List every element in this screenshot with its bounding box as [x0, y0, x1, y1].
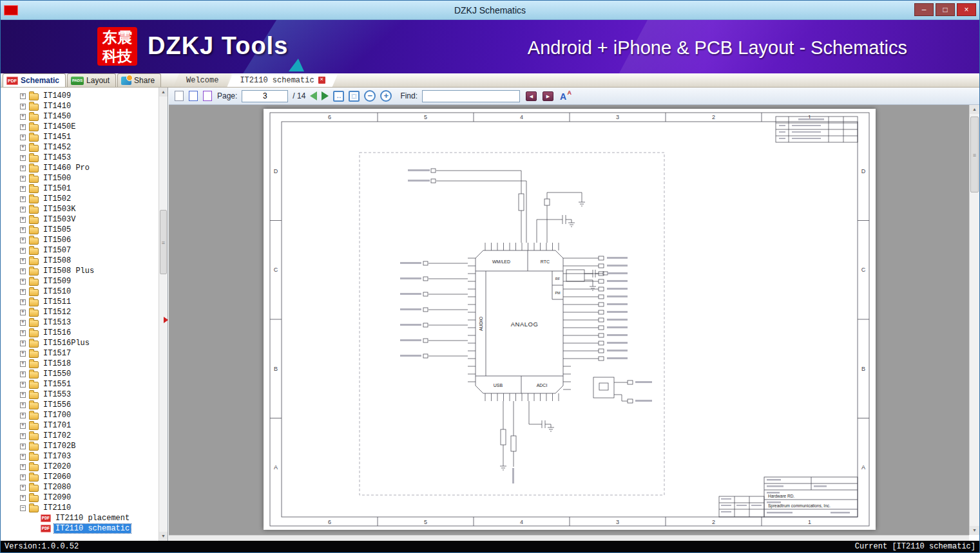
tree-item-it1500[interactable]: +IT1500	[1, 173, 159, 183]
tree-item-it2080[interactable]: +IT2080	[1, 482, 159, 492]
expand-box-icon[interactable]: +	[20, 279, 26, 285]
expand-box-icon[interactable]: +	[20, 238, 26, 243]
expand-box-icon[interactable]: +	[20, 361, 26, 367]
tree-item-it1700[interactable]: +IT1700	[1, 410, 159, 420]
tree-item-it1503v[interactable]: +IT1503V	[1, 214, 159, 225]
expand-box-icon[interactable]: +	[20, 485, 26, 491]
expand-box-icon[interactable]: +	[20, 320, 26, 326]
expand-box-icon[interactable]: +	[20, 124, 26, 130]
expand-box-icon[interactable]: +	[20, 464, 26, 470]
find-previous-icon[interactable]: ◀	[526, 91, 537, 101]
tree-item-it1551[interactable]: +IT1551	[1, 379, 159, 389]
tree-item-it1513[interactable]: +IT1513	[1, 317, 159, 328]
document-canvas[interactable]: 6 5 4 3 2 1 6 5 4 3 2 1 D	[169, 105, 969, 535]
tree-item-it1409[interactable]: +IT1409	[1, 91, 159, 101]
tree-item-it1507[interactable]: +IT1507	[1, 245, 159, 256]
tree-item-it1508-plus[interactable]: +IT1508 Plus	[1, 266, 159, 276]
close-button[interactable]: ×	[957, 3, 976, 16]
expand-box-icon[interactable]: +	[20, 310, 26, 315]
collapse-box-icon[interactable]: −	[20, 505, 26, 511]
expand-box-icon[interactable]: +	[20, 217, 26, 223]
tree-item-it1510[interactable]: +IT1510	[1, 286, 159, 297]
fit-page-icon[interactable]	[349, 91, 360, 102]
expand-box-icon[interactable]: +	[20, 423, 26, 429]
expand-box-icon[interactable]: +	[20, 402, 26, 408]
find-next-icon[interactable]: ▶	[543, 91, 553, 101]
expand-box-icon[interactable]: +	[20, 382, 26, 388]
scroll-down-icon[interactable]: ▼	[970, 526, 979, 535]
text-size-icon[interactable]: A A	[559, 90, 572, 102]
zoom-in-icon[interactable]: +	[380, 90, 392, 102]
minimize-button[interactable]: –	[914, 3, 934, 16]
expand-box-icon[interactable]: +	[20, 299, 26, 305]
tree-item-it1516[interactable]: +IT1516	[1, 328, 159, 338]
tree-item-it2110-schematic[interactable]: PDFIT2110 schematic	[1, 523, 159, 534]
expand-box-icon[interactable]: +	[20, 176, 26, 182]
tree-item-it2090[interactable]: +IT2090	[1, 492, 159, 503]
expand-box-icon[interactable]: +	[20, 371, 26, 377]
expand-box-icon[interactable]: +	[20, 196, 26, 202]
tree-item-it1702b[interactable]: +IT1702B	[1, 441, 159, 451]
scroll-up-icon[interactable]: ▲	[970, 105, 979, 114]
tree-item-it1516plus[interactable]: +IT1516Plus	[1, 338, 159, 348]
tree-item-it1703[interactable]: +IT1703	[1, 451, 159, 462]
expand-box-icon[interactable]: +	[20, 93, 26, 99]
tree-item-it1505[interactable]: +IT1505	[1, 225, 159, 235]
expand-box-icon[interactable]: +	[20, 495, 26, 501]
tab-schematic[interactable]: PDF Schematic	[3, 73, 66, 87]
expand-box-icon[interactable]: +	[20, 258, 26, 264]
tree-item-it1503k[interactable]: +IT1503K	[1, 204, 159, 214]
expand-box-icon[interactable]: +	[20, 433, 26, 439]
previous-page-icon[interactable]	[310, 91, 317, 100]
page-layout-continuous-icon[interactable]	[189, 91, 198, 101]
scroll-down-icon[interactable]: ▼	[159, 532, 168, 541]
tree-item-it2060[interactable]: +IT2060	[1, 472, 159, 482]
zoom-out-icon[interactable]: −	[364, 90, 376, 102]
tree-item-it1702[interactable]: +IT1702	[1, 431, 159, 441]
tree-scrollbar[interactable]: ▲ ≡ ▼	[159, 88, 168, 541]
tree-item-it1450[interactable]: +IT1450	[1, 111, 159, 122]
expand-box-icon[interactable]: +	[20, 207, 26, 212]
expand-box-icon[interactable]: +	[20, 145, 26, 151]
tree-item-it1553[interactable]: +IT1553	[1, 389, 159, 400]
find-input[interactable]	[422, 90, 520, 102]
tree-item-it1517[interactable]: +IT1517	[1, 348, 159, 359]
tree-item-it1450e[interactable]: +IT1450E	[1, 122, 159, 132]
viewer-hscrollbar[interactable]	[169, 535, 969, 541]
expand-box-icon[interactable]: +	[20, 227, 26, 233]
tab-share[interactable]: Share	[117, 73, 161, 87]
expand-box-icon[interactable]: +	[20, 454, 26, 460]
expand-box-icon[interactable]: +	[20, 341, 26, 346]
expand-box-icon[interactable]: +	[20, 268, 26, 274]
expand-box-icon[interactable]: +	[20, 114, 26, 120]
page-layout-facing-icon[interactable]	[203, 91, 212, 101]
tree-item-it1460-pro[interactable]: +IT1460 Pro	[1, 163, 159, 173]
tree-item-it1556[interactable]: +IT1556	[1, 400, 159, 410]
expand-box-icon[interactable]: +	[20, 186, 26, 192]
next-page-icon[interactable]	[322, 91, 329, 100]
doc-tab-welcome[interactable]: Welcome	[173, 73, 231, 87]
expand-box-icon[interactable]: +	[20, 165, 26, 171]
tree-item-it1452[interactable]: +IT1452	[1, 142, 159, 153]
tab-layout[interactable]: PADS Layout	[67, 73, 116, 87]
doc-tab-it2110-schematic[interactable]: IT2110 schematic ×	[227, 73, 338, 87]
viewer-scrollbar[interactable]: ▲ ≡ ▼	[969, 105, 979, 535]
tree-item-it1501[interactable]: +IT1501	[1, 183, 159, 194]
tab-close-icon[interactable]: ×	[318, 77, 325, 84]
expand-box-icon[interactable]: +	[20, 155, 26, 161]
expand-box-icon[interactable]: +	[20, 248, 26, 254]
tree-item-it1451[interactable]: +IT1451	[1, 132, 159, 142]
tree-item-it1506[interactable]: +IT1506	[1, 235, 159, 245]
expand-box-icon[interactable]: +	[20, 135, 26, 140]
tree-item-it1511[interactable]: +IT1511	[1, 297, 159, 307]
tree-item-it1453[interactable]: +IT1453	[1, 153, 159, 163]
expand-box-icon[interactable]: +	[20, 351, 26, 357]
expand-box-icon[interactable]: +	[20, 289, 26, 295]
page-layout-single-icon[interactable]	[175, 91, 184, 101]
expand-box-icon[interactable]: +	[20, 104, 26, 109]
tree-item-it2110[interactable]: −IT2110	[1, 503, 159, 513]
maximize-button[interactable]: □	[936, 3, 955, 16]
tree-item-it1518[interactable]: +IT1518	[1, 359, 159, 369]
splitter-collapse-icon[interactable]	[164, 317, 168, 323]
scroll-up-icon[interactable]: ▲	[159, 88, 168, 97]
